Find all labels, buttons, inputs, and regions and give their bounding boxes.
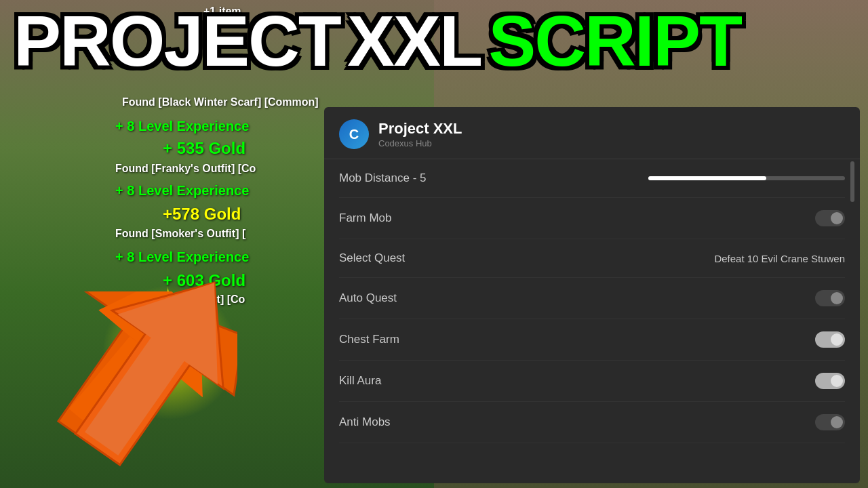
mob-distance-row: Mob Distance - 5 <box>339 159 845 198</box>
big-arrow <box>41 258 271 474</box>
select-quest-label: Select Quest <box>339 251 405 265</box>
panel-subtitle: Codexus Hub <box>378 138 462 148</box>
mob-distance-slider[interactable] <box>648 176 845 180</box>
farm-mob-toggle[interactable] <box>815 210 845 226</box>
svg-marker-6 <box>52 258 264 474</box>
title-project: PROJECT <box>14 5 340 77</box>
panel-icon: C <box>339 119 369 149</box>
farm-mob-label: Farm Mob <box>339 211 391 225</box>
icon-letter: C <box>349 127 359 142</box>
chest-farm-toggle[interactable] <box>815 331 845 348</box>
panel-title: Project XXL <box>378 120 462 138</box>
auto-quest-toggle[interactable] <box>815 290 845 306</box>
bg-game-text: Found [Smoker's Outfit] [ <box>115 228 245 240</box>
script-panel: C Project XXL Codexus Hub Mob Distance -… <box>324 107 860 483</box>
panel-title-group: Project XXL Codexus Hub <box>378 120 462 148</box>
toggle-knob <box>831 375 843 387</box>
select-quest-row: Select Quest Defeat 10 Evil Crane Stuwen <box>339 239 845 278</box>
auto-quest-row: Auto Quest <box>339 278 845 319</box>
bg-game-text: +578 Gold <box>163 205 241 224</box>
slider-fill <box>648 176 766 180</box>
title-xxl: XXL <box>347 5 481 77</box>
bg-game-text: Found [Franky's Outfit] [Co <box>115 163 256 175</box>
bg-game-text: + 8 Level Experience <box>115 183 249 199</box>
bg-game-text: + 535 Gold <box>163 139 245 158</box>
toggle-knob <box>831 292 843 304</box>
auto-quest-label: Auto Quest <box>339 291 397 305</box>
panel-header: C Project XXL Codexus Hub <box>324 107 860 159</box>
title-bar: PROJECT XXL SCRIPT <box>0 0 868 82</box>
anti-mobs-row: Anti Mobs <box>339 402 845 443</box>
toggle-knob <box>831 212 843 224</box>
bg-game-text: Found [Black Winter Scarf] [Common] <box>122 96 319 108</box>
anti-mobs-label: Anti Mobs <box>339 415 391 429</box>
bg-game-text: + 8 Level Experience <box>115 119 249 134</box>
anti-mobs-toggle[interactable] <box>815 414 845 430</box>
kill-aura-toggle[interactable] <box>815 373 845 389</box>
quest-value[interactable]: Defeat 10 Evil Crane Stuwen <box>714 253 845 264</box>
chest-farm-row: Chest Farm <box>339 319 845 361</box>
scrollbar[interactable] <box>850 161 854 202</box>
panel-body: Mob Distance - 5 Farm Mob Select Quest D… <box>324 159 860 443</box>
farm-mob-row: Farm Mob <box>339 198 845 239</box>
kill-aura-row: Kill Aura <box>339 361 845 402</box>
toggle-knob <box>831 416 843 428</box>
title-script: SCRIPT <box>488 5 741 77</box>
kill-aura-label: Kill Aura <box>339 374 381 388</box>
slider-track[interactable] <box>648 176 845 180</box>
toggle-knob <box>831 333 843 346</box>
mob-distance-label: Mob Distance - 5 <box>339 171 427 185</box>
chest-farm-label: Chest Farm <box>339 333 399 346</box>
